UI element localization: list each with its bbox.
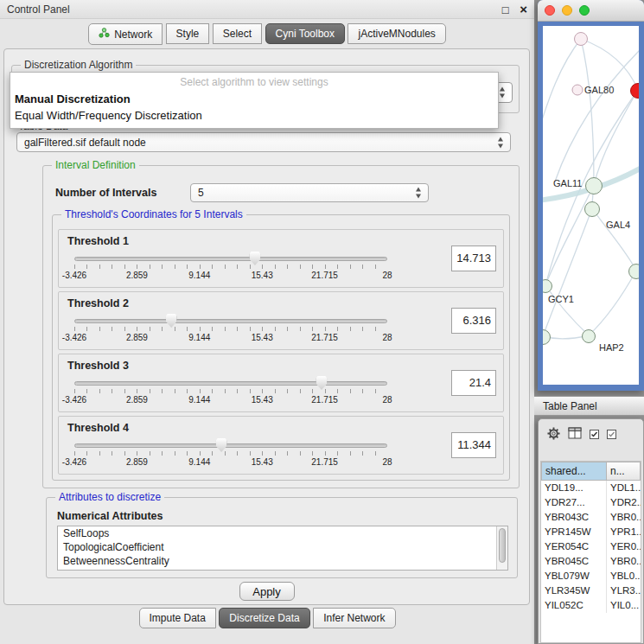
cell[interactable]: YDR27...	[541, 495, 607, 510]
table-data-combobox[interactable]: galFiltered.sif default node	[16, 132, 511, 152]
node-label-gcy1[interactable]: GCY1	[548, 294, 574, 304]
network-node-red[interactable]	[631, 84, 640, 99]
network-node[interactable]	[586, 178, 603, 194]
tab-select[interactable]: Select	[213, 23, 262, 44]
table-row[interactable]: YPR145W YPR1...	[541, 525, 641, 539]
cell[interactable]: YER054C	[541, 539, 607, 554]
cell[interactable]: YDL1...	[607, 481, 641, 495]
slider-track[interactable]	[74, 319, 387, 323]
slider-thumb[interactable]	[216, 438, 227, 452]
slider-track[interactable]	[74, 381, 387, 386]
node-label-gal80[interactable]: GAL80	[584, 85, 614, 95]
float-panel-icon[interactable]: □	[502, 3, 509, 16]
threshold-panel-3: Threshold 3 -3.426 2.859 9.144 15.43 21.…	[58, 354, 504, 412]
close-window-icon[interactable]	[545, 5, 555, 16]
tab-discretize-data[interactable]: Discretize Data	[219, 608, 309, 628]
dropdown-option-manual-discretization[interactable]: Manual Discretization	[10, 91, 498, 107]
cell[interactable]: YBL0...	[607, 569, 641, 583]
cell[interactable]: YER0...	[607, 539, 641, 554]
network-node[interactable]	[543, 330, 551, 345]
table-row[interactable]: YBR043C YBR0...	[541, 510, 641, 525]
slider-thumb[interactable]	[316, 376, 327, 390]
network-node[interactable]	[583, 330, 596, 343]
numerical-attributes-list[interactable]: SelfLoops TopologicalCoefficient Between…	[57, 526, 508, 571]
scale-label: 2.859	[126, 271, 148, 280]
slider-track[interactable]	[74, 443, 387, 448]
tab-jactivemnodules[interactable]: jActiveMNodules	[348, 23, 445, 44]
column-header-name[interactable]: n...	[606, 462, 641, 481]
slider-thumb[interactable]	[249, 252, 260, 265]
select-none-checkbox-icon[interactable]	[607, 427, 616, 443]
algorithm-dropdown-popup: Select algorithm to view settings Manual…	[10, 72, 499, 129]
table-row[interactable]: YDR27... YDR2...	[541, 495, 641, 510]
network-canvas[interactable]: GAL80 GAL11 GAL4 GCY1 HAP2	[543, 26, 639, 385]
network-node[interactable]	[629, 265, 640, 279]
tab-label: Discretize Data	[229, 612, 299, 624]
cell[interactable]: YBR0...	[607, 510, 641, 525]
tab-style[interactable]: Style	[166, 23, 210, 44]
node-label-hap2[interactable]: HAP2	[599, 342, 624, 353]
control-panel-window: Control Panel □ × Network	[0, 0, 534, 644]
cell[interactable]: YBL079W	[541, 569, 607, 583]
threshold-value-input[interactable]: 14.713	[451, 245, 496, 271]
bottom-tabbar: Impute Data Discretize Data Infer Networ…	[0, 608, 534, 628]
table-row[interactable]: YIL052C YIL0...	[541, 598, 641, 613]
table-row[interactable]: YDL19... YDL1...	[541, 481, 641, 495]
dropdown-option-equal-width-frequency[interactable]: Equal Width/Frequency Discretization	[10, 107, 498, 124]
number-of-intervals-combobox[interactable]: 5	[190, 183, 429, 202]
list-scrollbar[interactable]	[496, 526, 507, 570]
slider-track[interactable]	[74, 257, 387, 261]
table-row[interactable]: YBL079W YBL0...	[541, 569, 641, 583]
threshold-slider[interactable]: -3.426 2.859 9.144 15.43 21.715 28	[74, 439, 387, 472]
cell[interactable]: YDR2...	[607, 495, 641, 510]
tab-network[interactable]: Network	[88, 23, 163, 45]
minimize-window-icon[interactable]	[562, 5, 572, 16]
cell[interactable]: YBR0...	[607, 554, 641, 569]
table-row[interactable]: YER054C YER0...	[541, 539, 641, 554]
cell[interactable]: YPR145W	[541, 525, 607, 539]
cell[interactable]: YLR345W	[541, 583, 607, 598]
list-item[interactable]: SelfLoops	[58, 526, 507, 540]
node-label-gal11[interactable]: GAL11	[553, 178, 582, 188]
table-row[interactable]: YBR045C YBR0...	[541, 554, 641, 569]
network-node[interactable]	[572, 85, 583, 95]
cell[interactable]: YIL052C	[541, 598, 607, 613]
zoom-window-icon[interactable]	[579, 5, 590, 16]
threshold-value-input[interactable]: 21.4	[451, 370, 496, 396]
network-node[interactable]	[575, 33, 588, 46]
tab-label: Infer Network	[323, 612, 385, 624]
slider-thumb[interactable]	[166, 314, 177, 328]
cell[interactable]: YBR045C	[541, 554, 607, 569]
select-all-checkbox-icon[interactable]	[590, 427, 599, 443]
column-header-shared-name[interactable]: shared...	[541, 462, 607, 481]
cell[interactable]: YLR3...	[607, 583, 641, 598]
threshold-slider[interactable]: -3.426 2.859 9.144 15.43 21.715 28	[74, 315, 387, 348]
tab-infer-network[interactable]: Infer Network	[313, 608, 395, 628]
apply-button[interactable]: Apply	[239, 582, 295, 601]
table-row[interactable]: YLR345W YLR3...	[541, 583, 641, 598]
threshold-slider[interactable]: -3.426 2.859 9.144 15.43 21.715 28	[74, 377, 387, 410]
list-item[interactable]: BetweennessCentrality	[58, 554, 507, 568]
network-node[interactable]	[543, 280, 552, 293]
scale-label: 15.43	[252, 457, 273, 467]
combobox-arrows-icon	[412, 188, 424, 199]
scrollbar-thumb[interactable]	[499, 528, 506, 563]
list-item[interactable]: TopologicalCoefficient	[58, 540, 507, 554]
columns-icon[interactable]	[568, 427, 582, 443]
cyni-toolbox-panel: Discretization Algorithm Select algorith…	[3, 48, 530, 605]
close-panel-icon[interactable]: ×	[520, 2, 527, 16]
cell[interactable]: YBR043C	[541, 510, 607, 525]
tab-impute-data[interactable]: Impute Data	[139, 608, 216, 628]
threshold-value-input[interactable]: 6.316	[451, 308, 496, 334]
gear-icon[interactable]	[547, 427, 560, 443]
network-node[interactable]	[585, 202, 600, 217]
combobox-value: 5	[198, 184, 411, 202]
threshold-slider[interactable]: -3.426 2.859 9.144 15.43 21.715 28	[74, 252, 387, 285]
cell[interactable]: YIL0...	[607, 598, 641, 613]
table-panel-header: Table Panel	[534, 396, 644, 416]
cell[interactable]: YPR1...	[607, 525, 641, 539]
threshold-value-input[interactable]: 11.344	[451, 432, 496, 458]
cell[interactable]: YDL19...	[541, 481, 607, 495]
tab-cyni-toolbox[interactable]: Cyni Toolbox	[265, 23, 345, 44]
node-label-gal4[interactable]: GAL4	[606, 220, 630, 230]
